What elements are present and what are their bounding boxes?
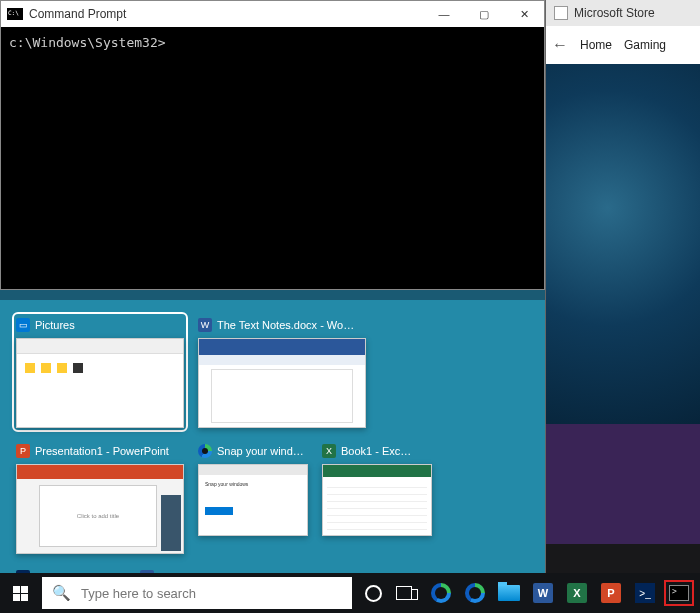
- store-content-1[interactable]: [546, 424, 700, 544]
- snap-tile-pictures[interactable]: ▭ Pictures: [16, 316, 184, 428]
- cmd-icon: [7, 8, 23, 20]
- taskbar-app-excel[interactable]: X: [560, 573, 594, 613]
- tab-gaming[interactable]: Gaming: [624, 38, 666, 52]
- store-content-2[interactable]: [546, 544, 700, 574]
- powershell-icon: >_: [635, 583, 655, 603]
- back-button[interactable]: ←: [552, 36, 568, 54]
- word-icon: W: [198, 318, 212, 332]
- search-icon: 🔍: [52, 584, 71, 602]
- edge-icon: [198, 444, 212, 458]
- cmd-title: Command Prompt: [29, 7, 424, 21]
- ppt-placeholder: Click to add title: [39, 485, 157, 547]
- folder-icon: [498, 585, 520, 601]
- cmd-titlebar[interactable]: Command Prompt — ▢ ✕: [1, 1, 544, 27]
- command-prompt-window: Command Prompt — ▢ ✕ c:\Windows\System32…: [0, 0, 545, 290]
- edge-page-heading: Snap your windows: [205, 481, 248, 487]
- store-title: Microsoft Store: [574, 6, 655, 20]
- powerpoint-icon: P: [16, 444, 30, 458]
- search-placeholder: Type here to search: [81, 586, 196, 601]
- cmd-terminal[interactable]: c:\Windows\System32>: [1, 27, 544, 289]
- taskbar-app-edge-2[interactable]: [458, 573, 492, 613]
- taskbar-app-word[interactable]: W: [526, 573, 560, 613]
- tile-thumbnail: [198, 338, 366, 428]
- close-button[interactable]: ✕: [504, 1, 544, 27]
- edge-icon: [465, 583, 485, 603]
- tile-title: Presentation1 - PowerPoint: [35, 445, 184, 457]
- word-icon: W: [533, 583, 553, 603]
- task-view-button[interactable]: [390, 573, 424, 613]
- tab-home[interactable]: Home: [580, 38, 612, 52]
- taskbar-search[interactable]: 🔍 Type here to search: [42, 577, 352, 609]
- tile-title: Snap your windows and 1…: [217, 445, 308, 457]
- maximize-button[interactable]: ▢: [464, 1, 504, 27]
- taskbar: 🔍 Type here to search W X P >_: [0, 573, 700, 613]
- taskbar-app-cmd[interactable]: [662, 573, 696, 613]
- tile-title: The Text Notes.docx - Wo…: [217, 319, 366, 331]
- cortana-button[interactable]: [356, 573, 390, 613]
- minimize-button[interactable]: —: [424, 1, 464, 27]
- cmd-icon: [669, 585, 689, 601]
- window-controls: — ▢ ✕: [424, 1, 544, 27]
- snap-tile-excel[interactable]: X Book1 - Exc…: [322, 442, 432, 554]
- excel-icon: X: [567, 583, 587, 603]
- taskbar-app-edge[interactable]: [424, 573, 458, 613]
- snap-tile-powerpoint[interactable]: P Presentation1 - PowerPoint Click to ad…: [16, 442, 184, 554]
- store-nav: ← Home Gaming: [546, 26, 700, 64]
- edge-icon: [431, 583, 451, 603]
- cmd-prompt-text: c:\Windows\System32>: [9, 35, 166, 50]
- tile-thumbnail: Click to add title: [16, 464, 184, 554]
- taskbar-app-file-explorer[interactable]: [492, 573, 526, 613]
- start-button[interactable]: [0, 573, 40, 613]
- tile-thumbnail: [16, 338, 184, 428]
- tile-title: Book1 - Exc…: [341, 445, 432, 457]
- file-explorer-icon: ▭: [16, 318, 30, 332]
- taskbar-app-powerpoint[interactable]: P: [594, 573, 628, 613]
- tile-thumbnail: Snap your windows: [198, 464, 308, 536]
- snap-assist-panel: ▭ Pictures W The Text Notes.docx - Wo… P…: [0, 300, 545, 573]
- tile-title: Pictures: [35, 319, 184, 331]
- cortana-icon: [365, 585, 382, 602]
- task-view-icon: [396, 586, 418, 600]
- desktop: Command Prompt — ▢ ✕ c:\Windows\System32…: [0, 0, 700, 613]
- powerpoint-icon: P: [601, 583, 621, 603]
- store-titlebar[interactable]: Microsoft Store: [546, 0, 700, 26]
- snap-tile-edge[interactable]: Snap your windows and 1… Snap your windo…: [198, 442, 308, 554]
- tile-thumbnail: [322, 464, 432, 536]
- snap-tile-word-notes[interactable]: W The Text Notes.docx - Wo…: [198, 316, 366, 428]
- store-hero-image[interactable]: [546, 64, 700, 424]
- windows-logo-icon: [13, 586, 28, 601]
- microsoft-store-window: Microsoft Store ← Home Gaming: [545, 0, 700, 573]
- excel-icon: X: [322, 444, 336, 458]
- store-icon: [554, 6, 568, 20]
- taskbar-app-powershell[interactable]: >_: [628, 573, 662, 613]
